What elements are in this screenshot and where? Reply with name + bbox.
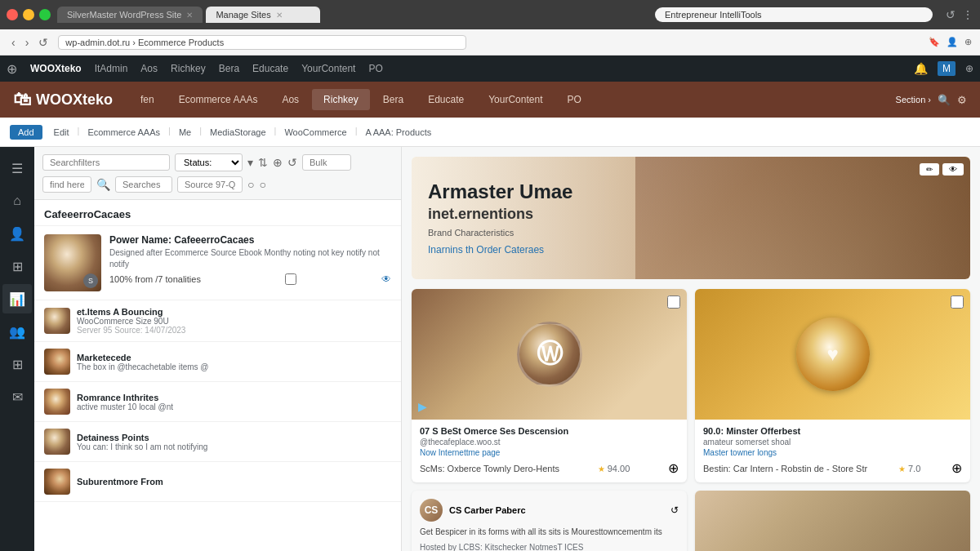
window-minimize-button[interactable] bbox=[23, 9, 34, 20]
toggle-icon-1[interactable]: ○ bbox=[247, 178, 254, 191]
keyword-input[interactable] bbox=[302, 154, 351, 171]
window-maximize-button[interactable] bbox=[39, 9, 51, 20]
hero-view-button[interactable]: 👁 bbox=[942, 163, 964, 176]
admin-bar-item-5[interactable]: Educate bbox=[252, 63, 288, 74]
wc-nav-item-1[interactable]: Ecommerce AAAs bbox=[167, 89, 270, 110]
sub-link-ecommerce[interactable]: Ecommerce AAAs bbox=[82, 126, 165, 139]
sidebar-icon-menu[interactable]: ☰ bbox=[2, 153, 32, 183]
list-item-4-avatar bbox=[44, 469, 70, 495]
back-button[interactable]: ‹ bbox=[8, 34, 19, 51]
admin-bar-item-3[interactable]: Richkey bbox=[171, 63, 206, 74]
search-input[interactable] bbox=[42, 154, 170, 171]
wc-nav-item-3[interactable]: Richkey bbox=[312, 89, 370, 110]
notifications-icon[interactable]: 🔔 bbox=[914, 62, 928, 75]
sidebar-icon-grid[interactable]: ⊞ bbox=[2, 251, 32, 281]
cards-grid: Ⓦ ▶ 07 S BeSt Omerce Ses Descension @the… bbox=[412, 289, 970, 551]
grid-card-1-checkbox[interactable] bbox=[951, 295, 964, 309]
browser-menu-icon[interactable]: ⋮ bbox=[962, 8, 973, 21]
wc-nav-item-0[interactable]: fen bbox=[129, 89, 166, 110]
wc-settings-icon[interactable]: ⚙ bbox=[957, 94, 967, 106]
browser-chrome: SilverMaster WordPress Site ✕ Manage Sit… bbox=[0, 0, 980, 29]
searches-input[interactable] bbox=[115, 176, 172, 193]
list-item-0: et.Items A Bouncing WooCommerce Size 90U… bbox=[34, 300, 401, 342]
wc-nav-item-5[interactable]: Educate bbox=[416, 89, 475, 110]
wc-nav-item-7[interactable]: PO bbox=[555, 89, 592, 110]
address-input[interactable]: wp-admin.dot.ru › Ecommerce Products bbox=[58, 35, 466, 50]
window-controls[interactable] bbox=[7, 9, 51, 20]
toggle-icon-2[interactable]: ○ bbox=[259, 178, 265, 191]
browser-tab-1[interactable]: SilverMaster WordPress Site ✕ bbox=[57, 7, 203, 23]
browser-reload-icon[interactable]: ↺ bbox=[946, 8, 956, 21]
grid-card-0-action-icon[interactable]: ⊕ bbox=[668, 460, 679, 476]
updates-badge[interactable]: M bbox=[938, 61, 956, 76]
sub-link-products[interactable]: A AAA: Products bbox=[360, 126, 436, 139]
wc-nav-item-2[interactable]: Aos bbox=[270, 89, 310, 110]
featured-product-checkbox[interactable] bbox=[285, 273, 296, 285]
search-icon[interactable]: 🔍 bbox=[96, 178, 110, 191]
find-input[interactable] bbox=[42, 176, 91, 193]
map-icon[interactable]: ⊕ bbox=[273, 156, 283, 169]
grid-card-0-link[interactable]: Now Internettme page bbox=[420, 448, 679, 457]
sub-link-woo[interactable]: WooCommerce bbox=[279, 126, 351, 139]
wc-nav-item-6[interactable]: YourContent bbox=[477, 89, 554, 110]
sidebar-icon-settings[interactable]: ✉ bbox=[2, 382, 32, 411]
window-close-button[interactable] bbox=[7, 9, 18, 20]
add-product-button[interactable]: Add bbox=[10, 125, 42, 140]
wp-logo-icon[interactable]: ⊕ bbox=[7, 61, 17, 77]
grid-card-1-image: ♥ bbox=[695, 289, 970, 420]
heart-icon-card: ♥ bbox=[826, 343, 838, 366]
browser-tab-2[interactable]: Manage Sites ✕ bbox=[206, 7, 320, 23]
admin-bar-item-1[interactable]: ItAdmin bbox=[95, 63, 128, 74]
admin-bar-item-2[interactable]: Aos bbox=[140, 63, 158, 74]
tab-2-close-icon[interactable]: ✕ bbox=[276, 11, 283, 20]
filter-icon[interactable]: ▾ bbox=[247, 156, 253, 169]
tab-2-label: Manage Sites bbox=[216, 10, 270, 20]
review-2-action-icon[interactable]: ↺ bbox=[670, 504, 679, 516]
hero-edit-button[interactable]: ✏ bbox=[920, 163, 939, 176]
grid-card-1-footer: Bestin: Car Intern - Robstin de - Store … bbox=[703, 460, 962, 476]
review-2-hosted-val: LCBS: Kitschecker NotmesT ICES bbox=[459, 543, 584, 551]
list-item-1-content: Marketecede The box in @thecachetable it… bbox=[77, 353, 391, 371]
coffee-circle-2: ♥ bbox=[796, 318, 870, 391]
status-select[interactable]: Status: Published Draft bbox=[175, 153, 243, 171]
site-name[interactable]: WOOXteko bbox=[30, 63, 82, 74]
list-item-1-avatar bbox=[44, 349, 70, 375]
tab-1-close-icon[interactable]: ✕ bbox=[186, 11, 193, 20]
featured-product-edit-icon[interactable]: 👁 bbox=[381, 273, 391, 285]
review-2-text: Get Bespicer in its forms with all its s… bbox=[420, 527, 679, 538]
hero-actions: ✏ 👁 bbox=[920, 163, 964, 176]
sidebar-icon-tag[interactable]: ⊞ bbox=[2, 349, 32, 379]
grid-card-0-checkbox[interactable] bbox=[667, 295, 680, 309]
sub-link-me[interactable]: Me bbox=[174, 126, 196, 139]
sub-link-mediastorage[interactable]: MediaStorage bbox=[205, 126, 271, 139]
refresh-icon[interactable]: ↺ bbox=[287, 156, 297, 169]
sidebar-icon-user[interactable]: 👤 bbox=[2, 219, 32, 248]
grid-card-1-rating: ★ 7.0 bbox=[898, 464, 920, 473]
sidebar-icon-people[interactable]: 👥 bbox=[2, 317, 32, 346]
extension-icon-1[interactable]: 🔖 bbox=[929, 37, 940, 47]
wc-nav-item-4[interactable]: Bera bbox=[372, 89, 415, 110]
sub-link-edit[interactable]: Edit bbox=[49, 126, 74, 139]
grid-card-1-action-icon[interactable]: ⊕ bbox=[951, 460, 962, 476]
grid-card-0-body: 07 S BeSt Omerce Ses Descension @thecafe… bbox=[412, 420, 687, 482]
browser-url-bar[interactable]: Entrepreneur IntelliTools bbox=[655, 7, 933, 22]
sidebar-icon-home[interactable]: ⌂ bbox=[2, 186, 32, 216]
grid-card-1-link[interactable]: Master towner longs bbox=[703, 448, 962, 457]
hero-link[interactable]: Inarnins th Order Cateraes bbox=[428, 244, 572, 256]
admin-bar-item-7[interactable]: PO bbox=[368, 63, 382, 74]
list-item-4-content: Suburentmore From bbox=[77, 477, 391, 487]
extension-icon-2[interactable]: 👤 bbox=[947, 37, 958, 47]
source-input[interactable] bbox=[177, 176, 243, 193]
forward-button[interactable]: › bbox=[22, 34, 33, 51]
list-item-4-title: Suburentmore From bbox=[77, 477, 391, 487]
admin-user-icon[interactable]: ⊕ bbox=[965, 63, 973, 74]
grid-card-0-footer: ScMs: Oxberce Townly Dero-Hents ★ 94.00 … bbox=[420, 460, 679, 476]
admin-bar-item-4[interactable]: Bera bbox=[219, 63, 239, 74]
featured-product-price: 100% from /7 tonalities bbox=[109, 274, 201, 284]
sidebar-icon-analytics[interactable]: 📊 bbox=[2, 284, 32, 313]
wc-search-icon[interactable]: 🔍 bbox=[938, 94, 951, 106]
refresh-button[interactable]: ↺ bbox=[35, 34, 51, 51]
sort-icon[interactable]: ⇅ bbox=[258, 156, 268, 169]
extension-icon-3[interactable]: ⊕ bbox=[964, 37, 972, 47]
admin-bar-item-6[interactable]: YourContent bbox=[301, 63, 355, 74]
